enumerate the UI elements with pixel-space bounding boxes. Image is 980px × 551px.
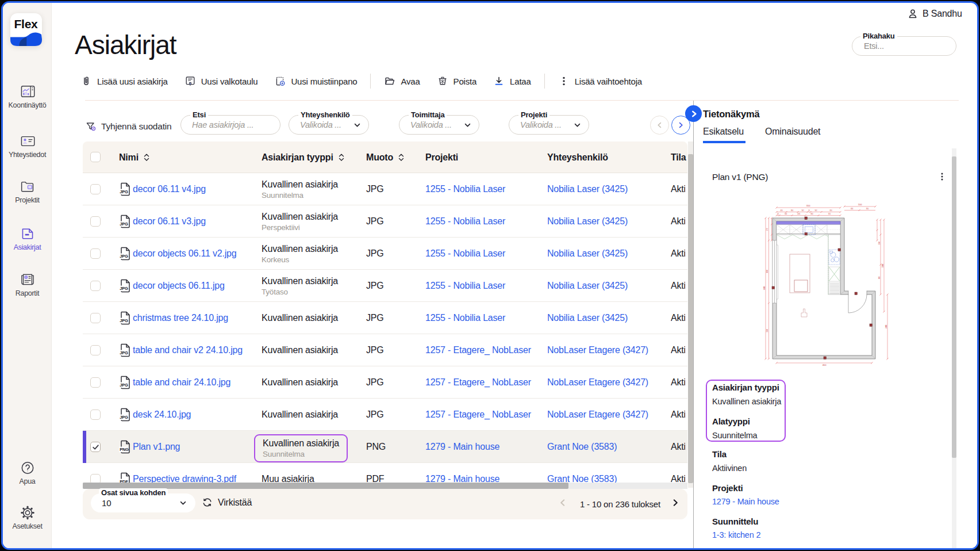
row-checkbox[interactable] [90,474,101,483]
sidebar-item-settings[interactable]: Asetukset [3,505,52,530]
contact-link[interactable]: Nobilia Laser (3425) [547,302,628,334]
project-link[interactable]: 1279 - Main house [425,463,499,483]
page-next-button[interactable] [670,498,681,508]
quick-search-input[interactable]: Pikahaku Etsi... [852,36,956,56]
detail-panel: Tietonäkymä Esikatselu Ominaisuudet Plan… [693,100,977,548]
filter-placeholder: Valikoida ... [300,120,341,129]
document-name-link[interactable]: desk 24.10.jpg [133,399,191,431]
table-row[interactable]: JPGchristmas tree 24.10.jpgKuvallinen as… [83,302,687,334]
toolbar-button-dots[interactable]: Lisää vaihtoehtoja [558,75,642,87]
document-name-link[interactable]: table and chair 24.10.jpg [133,366,230,399]
selected-row-indicator [83,431,86,463]
contact-link[interactable]: Nobilia Laser (3425) [547,205,628,238]
filter-select-projekti[interactable]: ProjektiValikoida ... [509,115,589,135]
table-row[interactable]: JPGtable and chair 24.10.jpgKuvallinen a… [83,366,687,399]
sidebar-item-documents[interactable]: Asiakirjat [3,226,52,251]
project-link[interactable]: 1279 - Main house [425,431,499,463]
document-name-link[interactable]: decor objects 06.11.jpg [133,270,225,302]
toolbar-button-note[interactable]: Uusi muistiinpano [274,75,357,87]
document-name-link[interactable]: decor objects 06.11 v2.jpg [133,238,236,270]
project-link[interactable]: 1255 - Nobilia Laser [425,302,505,334]
toolbar-button-whiteboard[interactable]: Uusi valkotaulu [185,75,258,87]
project-link[interactable]: 1255 - Nobilia Laser [425,173,505,205]
floor-plan-preview[interactable]: 3100150063085045080056210562650505641200… [741,200,894,368]
document-name-link[interactable]: Perspective drawing-3.pdf [133,463,236,483]
sidebar-item-projects[interactable]: Projektit [3,179,52,204]
filter-select-toimittaja[interactable]: ToimittajaValikoida ... [399,115,479,135]
page-size-select[interactable]: Osat sivua kohden 10 [91,493,195,512]
row-checkbox[interactable] [90,281,101,291]
project-link[interactable]: 1257 - Etagere_ NobLaser [425,334,531,366]
contact-link[interactable]: Nobilia Laser (3425) [547,173,628,205]
toolbar-button-trash[interactable]: Poista [437,75,477,87]
row-checkbox[interactable] [90,410,101,420]
sort-icon[interactable] [337,152,345,162]
panel-field-link[interactable]: 1-3: kitchen 2 [712,530,760,539]
table-row[interactable]: JPGdecor 06.11 v3.jpgKuvallinen asiakirj… [83,205,687,238]
row-checkbox[interactable] [90,248,101,259]
document-name-link[interactable]: Plan v1.png [133,431,180,463]
row-checkbox[interactable] [90,216,101,227]
file-type-icon: JPG [119,182,131,196]
toolbar-button-download[interactable]: Lataa [493,75,531,87]
table-row[interactable]: JPGdecor objects 06.11.jpgKuvallinen asi… [83,270,687,302]
filters-prev-button[interactable] [650,116,669,135]
column-header-muoto[interactable]: Muoto [366,141,405,173]
table-row[interactable]: JPGdecor 06.11 v4.jpgKuvallinen asiakirj… [83,173,687,205]
panel-collapse-button[interactable] [685,105,702,122]
toolbar-button-folder[interactable]: Avaa [384,75,420,87]
contact-link[interactable]: NobLaser Etagere (3427) [547,399,648,431]
filter-input-etsi[interactable]: EtsiHae asiakirjoja ... [180,115,280,135]
panel-field-link[interactable]: 1279 - Main house [712,497,779,506]
contact-link[interactable]: Nobilia Laser (3425) [547,270,628,302]
document-name-link[interactable]: decor 06.11 v3.jpg [133,205,206,238]
project-link[interactable]: 1255 - Nobilia Laser [425,270,505,302]
table-row[interactable]: PDFPerspective drawing-3.pdfMuu asiakirj… [83,463,687,483]
table-row[interactable]: JPGdecor objects 06.11 v2.jpgKuvallinen … [83,238,687,270]
row-checkbox[interactable] [90,377,101,388]
contact-link[interactable]: Nobilia Laser (3425) [547,238,628,270]
tab-esikatselu[interactable]: Esikatselu [703,127,744,137]
sidebar-item-contacts[interactable]: Yhteystiedot [3,133,52,159]
contact-link[interactable]: NobLaser Etagere (3427) [547,366,648,399]
page-prev-button[interactable] [558,498,568,508]
project-link[interactable]: 1257 - Etagere_ NobLaser [425,366,531,399]
project-link[interactable]: 1255 - Nobilia Laser [425,205,505,238]
document-name-link[interactable]: decor 06.11 v4.jpg [133,173,206,205]
tab-ominaisuudet[interactable]: Ominaisuudet [765,127,820,137]
table-row[interactable]: JPGtable and chair v2 24.10.jpgKuvalline… [83,334,687,366]
select-all-checkbox[interactable] [90,152,101,162]
row-checkbox[interactable] [90,345,101,355]
sidebar-item-dashboard[interactable]: Koontinäyttö [3,84,52,109]
table-vertical-scrollbar-thumb[interactable] [688,154,693,483]
row-checkbox[interactable] [90,184,101,194]
column-header-tila: Tila [671,141,686,173]
document-name-link[interactable]: table and chair v2 24.10.jpg [133,334,243,366]
document-name-link[interactable]: christmas tree 24.10.jpg [133,302,228,334]
contact-link[interactable]: Grant Noe (3583) [547,431,617,463]
app-logo[interactable]: Flex [10,13,42,46]
row-checkbox[interactable] [90,442,101,452]
toolbar-button-paperclip[interactable]: Lisää uusi asiakirja [80,75,168,87]
table-row[interactable]: JPGdesk 24.10.jpgKuvallinen asiakirjaJPG… [83,399,687,431]
panel-scrollbar-thumb[interactable] [952,156,956,458]
clear-filter-button[interactable]: Tyhjennä suodatin [85,121,171,132]
refresh-button[interactable]: Virkistää [202,497,252,508]
sidebar-item-help[interactable]: Apua [3,460,52,485]
sidebar-item-reports[interactable]: Raportit [3,272,52,297]
filter-select-yhteyshenkilö[interactable]: YhteyshenkilöValikoida ... [289,115,369,135]
contact-link[interactable]: NobLaser Etagere (3427) [547,334,648,366]
project-link[interactable]: 1257 - Etagere_ NobLaser [425,399,531,431]
sort-icon[interactable] [143,152,151,162]
contact-link[interactable]: Grant Noe (3583) [547,463,617,483]
table-row[interactable]: PNGPlan v1.pngKuvallinen asiakirjaSuunni… [83,431,687,463]
preview-menu-button[interactable] [937,169,947,184]
folder-icon [384,75,395,87]
column-header-nimi[interactable]: Nimi [119,141,151,173]
project-link[interactable]: 1255 - Nobilia Laser [425,238,505,270]
column-header-asiakirjan-tyyppi[interactable]: Asiakirjan tyyppi [262,141,345,173]
row-checkbox[interactable] [90,313,101,323]
sort-icon[interactable] [397,152,405,162]
panel-field-label: Suunnittelu [712,516,758,527]
user-menu[interactable]: B Sandhu [907,8,962,20]
